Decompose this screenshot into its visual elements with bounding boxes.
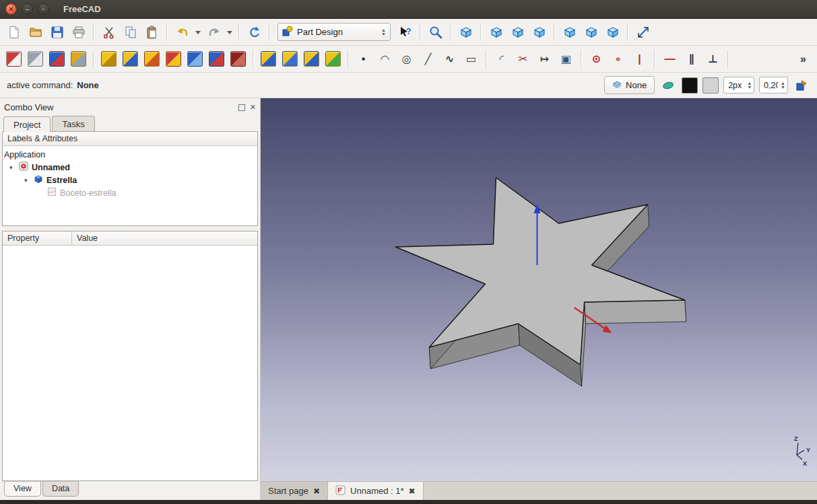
new-sketch-icon[interactable] xyxy=(4,49,24,69)
point-icon[interactable]: • xyxy=(354,49,373,69)
toolbar-overflow-icon[interactable]: » xyxy=(793,49,813,69)
draft-tray-icon[interactable] xyxy=(793,77,810,94)
trim-icon[interactable]: ✂ xyxy=(513,49,533,69)
paste-icon[interactable] xyxy=(142,22,162,42)
save-icon[interactable] xyxy=(47,22,67,42)
line-width-spinner[interactable]: 2px ▲▼ xyxy=(723,77,754,94)
fillet-icon[interactable] xyxy=(185,49,205,69)
tree-item-body[interactable]: ▾ Estrella xyxy=(4,174,256,186)
pad-icon[interactable] xyxy=(99,49,119,69)
refresh-icon[interactable] xyxy=(244,22,264,42)
3d-viewport[interactable]: Z Y X xyxy=(261,98,817,481)
close-panel-icon[interactable]: ✕ xyxy=(250,104,256,111)
extend-icon[interactable]: ↦ xyxy=(535,49,554,69)
maximize-button[interactable]: ▫ xyxy=(38,3,49,15)
point-on-object-icon[interactable]: ∘ xyxy=(608,49,628,69)
expander-icon[interactable]: ▾ xyxy=(24,177,30,184)
sketch-icon xyxy=(47,187,57,199)
tree-item-sketch[interactable]: Boceto-estrella xyxy=(4,186,256,199)
tab-unnamed-document[interactable]: Unnamed : 1* ✖ xyxy=(328,482,424,500)
print-icon[interactable] xyxy=(69,22,88,42)
expander-icon[interactable]: ▾ xyxy=(9,164,15,171)
tab-view[interactable]: View xyxy=(4,481,41,497)
tree-item-application[interactable]: Application xyxy=(4,148,256,161)
perpendicular-constraint-icon[interactable]: ⊥ xyxy=(703,49,723,69)
undo-icon[interactable] xyxy=(172,22,192,42)
toolbar-separator xyxy=(581,50,582,68)
horizontal-constraint-icon[interactable]: — xyxy=(660,49,680,69)
fit-all-icon[interactable] xyxy=(426,22,445,42)
viewport-tab-bar: Start page ✖ Unnamed : 1* ✖ xyxy=(261,481,817,500)
autogroup-icon[interactable] xyxy=(659,77,677,94)
text-scale-spinner[interactable]: 0,20 ▲▼ xyxy=(759,77,788,94)
text-scale-value: 0,20 xyxy=(764,81,778,90)
left-view-icon[interactable] xyxy=(603,22,622,42)
axis-x-label: X xyxy=(803,460,807,467)
line-color-swatch[interactable] xyxy=(682,77,698,94)
layer-button[interactable]: None xyxy=(604,76,655,94)
star-model[interactable]: Z Y X xyxy=(261,98,817,481)
close-button[interactable]: ✕ xyxy=(5,3,17,15)
new-file-icon[interactable] xyxy=(4,22,24,42)
axonometric-view-icon[interactable] xyxy=(456,22,476,42)
top-view-icon[interactable] xyxy=(508,22,527,42)
toolbar-separator xyxy=(348,50,349,68)
line-icon[interactable]: ╱ xyxy=(418,49,438,69)
axis-cross-icon xyxy=(797,443,804,460)
redo-dropdown-icon[interactable] xyxy=(226,22,234,42)
close-tab-icon[interactable]: ✖ xyxy=(313,487,320,495)
right-view-icon[interactable] xyxy=(529,22,549,42)
model-tree[interactable]: Application ▾ Unnamed ▾ Estrella Bo xyxy=(3,146,257,225)
open-file-icon[interactable] xyxy=(26,22,45,42)
bottom-view-icon[interactable] xyxy=(581,22,601,42)
tree-item-document[interactable]: ▾ Unnamed xyxy=(4,161,256,174)
toolbar-separator xyxy=(420,24,421,41)
tab-data[interactable]: Data xyxy=(42,481,79,497)
tab-tasks[interactable]: Tasks xyxy=(52,116,94,131)
rear-view-icon[interactable] xyxy=(560,22,579,42)
pocket-icon[interactable] xyxy=(142,49,162,69)
coincident-constraint-icon[interactable]: ⊙ xyxy=(587,49,606,69)
combo-view-panel: Combo View ✕ Project Tasks Labels & Attr… xyxy=(0,98,261,481)
redo-icon[interactable] xyxy=(204,22,224,42)
undo-dropdown-icon[interactable] xyxy=(194,22,202,42)
external-geometry-icon[interactable]: ▣ xyxy=(556,49,576,69)
float-panel-icon[interactable] xyxy=(238,104,245,111)
workbench-selector[interactable]: Part Design▲▼ xyxy=(277,23,391,41)
multitransform-icon[interactable] xyxy=(323,49,343,69)
whats-this-icon[interactable]: ? xyxy=(395,22,415,42)
sketch-fillet-icon[interactable]: ◜ xyxy=(492,49,511,69)
circle-icon[interactable]: ◎ xyxy=(397,49,416,69)
draft-icon[interactable] xyxy=(228,49,248,69)
spinner-arrows-icon[interactable]: ▲▼ xyxy=(781,81,785,89)
groove-icon[interactable] xyxy=(164,49,183,69)
parallel-constraint-icon[interactable]: ∥ xyxy=(682,49,701,69)
measure-distance-icon[interactable] xyxy=(633,22,653,42)
tab-project[interactable]: Project xyxy=(3,116,51,132)
polar-pattern-icon[interactable] xyxy=(302,49,321,69)
vertical-constraint-icon[interactable]: | xyxy=(630,49,649,69)
bottom-bar: View Data Start page ✖ Unnamed : 1* ✖ xyxy=(0,481,817,500)
copy-icon[interactable] xyxy=(121,22,140,42)
revolution-icon[interactable] xyxy=(121,49,140,69)
mirrored-icon[interactable] xyxy=(259,49,278,69)
cut-icon[interactable] xyxy=(99,22,119,42)
chamfer-icon[interactable] xyxy=(207,49,226,69)
front-view-icon[interactable] xyxy=(486,22,506,42)
leave-sketch-icon[interactable] xyxy=(69,49,88,69)
linear-pattern-icon[interactable] xyxy=(280,49,300,69)
face-color-swatch[interactable] xyxy=(702,77,719,94)
tab-start-page[interactable]: Start page ✖ xyxy=(261,482,328,500)
rectangle-icon[interactable]: ▭ xyxy=(461,49,481,69)
property-list[interactable] xyxy=(3,246,257,480)
edit-sketch-icon[interactable] xyxy=(26,49,45,69)
close-tab-icon[interactable]: ✖ xyxy=(409,487,416,495)
freecad-file-icon xyxy=(335,485,346,497)
map-sketch-icon[interactable] xyxy=(47,49,67,69)
minimize-button[interactable]: – xyxy=(22,3,33,15)
toolbar-separator xyxy=(727,50,729,68)
arc-icon[interactable]: ◠ xyxy=(375,49,395,69)
polyline-icon[interactable]: ∿ xyxy=(440,49,459,69)
spinner-arrows-icon[interactable]: ▲▼ xyxy=(747,81,752,89)
toolbar-separator xyxy=(238,24,240,41)
